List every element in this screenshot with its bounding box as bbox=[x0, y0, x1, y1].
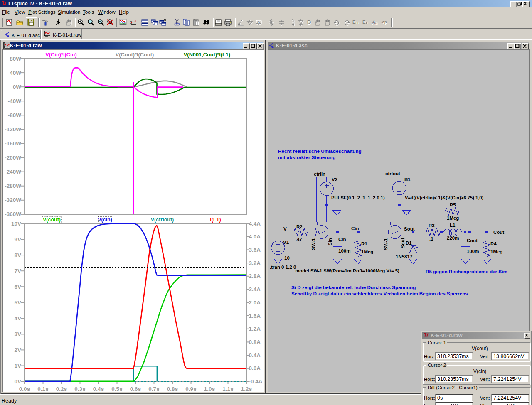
svg-text:5V: 5V bbox=[14, 299, 21, 306]
svg-text:1.2s: 1.2s bbox=[241, 386, 252, 391]
svg-text:8V: 8V bbox=[14, 252, 21, 258]
svg-text:V(cout): V(cout) bbox=[43, 217, 61, 223]
svg-text:-40W: -40W bbox=[8, 98, 22, 104]
svg-text:0.2s: 0.2s bbox=[56, 386, 67, 391]
svg-text:V(Cout)*I(Cout): V(Cout)*I(Cout) bbox=[116, 52, 154, 58]
svg-text:.tran 0 1.2 0: .tran 0 1.2 0 bbox=[270, 265, 296, 270]
svg-text:-200W: -200W bbox=[5, 155, 21, 161]
svg-text:Cin: Cin bbox=[351, 226, 359, 231]
svg-text:0.6s: 0.6s bbox=[130, 386, 141, 391]
svg-text:100m: 100m bbox=[338, 248, 350, 253]
svg-text:Sout: Sout bbox=[404, 226, 415, 231]
svg-text:Si D zeigt die bekannte rel. h: Si D zeigt die bekannte rel. hohe Durchl… bbox=[291, 285, 416, 290]
svg-text:.1: .1 bbox=[429, 236, 433, 241]
svg-text:-240W: -240W bbox=[5, 169, 21, 175]
svg-text:0.0A: 0.0A bbox=[249, 365, 261, 371]
svg-text:Recht realistische Umladeschal: Recht realistische Umladeschaltung bbox=[278, 148, 362, 154]
svg-text:0.5s: 0.5s bbox=[111, 386, 122, 391]
svg-text:10: 10 bbox=[284, 255, 290, 260]
svg-text:3.6A: 3.6A bbox=[249, 247, 261, 253]
svg-text:V2: V2 bbox=[332, 177, 337, 182]
svg-text:V(cin): V(cin) bbox=[98, 217, 112, 223]
svg-text:0.4s: 0.4s bbox=[93, 386, 104, 391]
svg-text:0.1s: 0.1s bbox=[37, 386, 48, 391]
svg-text:0.7s: 0.7s bbox=[148, 386, 159, 391]
svg-text:Cout: Cout bbox=[493, 230, 504, 235]
svg-text:ctrlout: ctrlout bbox=[385, 171, 400, 176]
svg-text:4.0A: 4.0A bbox=[249, 233, 261, 240]
svg-text:E3: E3 bbox=[362, 20, 367, 25]
svg-text:2V: 2V bbox=[14, 347, 21, 353]
svg-text:3.2A: 3.2A bbox=[249, 260, 261, 266]
svg-text:R5: R5 bbox=[450, 202, 456, 207]
svg-text:1.2A: 1.2A bbox=[249, 326, 261, 332]
svg-text:7V: 7V bbox=[14, 268, 21, 274]
svg-text:1Meg: 1Meg bbox=[447, 216, 459, 221]
svg-text:2.0A: 2.0A bbox=[249, 299, 261, 306]
svg-text:-0.4A: -0.4A bbox=[249, 378, 263, 385]
svg-text:SW-1: SW-1 bbox=[311, 238, 316, 250]
svg-text:4.4A: 4.4A bbox=[249, 221, 261, 227]
svg-text:V=if((V(ctrlin)<.1)&(V(Cin)>6.: V=if((V(ctrlin)<.1)&(V(Cin)>6.75),1,0) bbox=[405, 195, 484, 200]
svg-text:-360W: -360W bbox=[5, 211, 21, 217]
svg-text:10V: 10V bbox=[11, 221, 21, 227]
svg-text:0.9s: 0.9s bbox=[185, 386, 196, 391]
svg-text:R5 gegen Rechenprobleme der Si: R5 gegen Rechenprobleme der Sim bbox=[426, 269, 507, 274]
svg-text:D1: D1 bbox=[406, 241, 412, 245]
svg-text:Cin: Cin bbox=[338, 237, 346, 242]
svg-text:D: D bbox=[307, 19, 311, 25]
svg-text:2.8A: 2.8A bbox=[249, 273, 261, 279]
svg-text:-80W: -80W bbox=[8, 112, 22, 118]
svg-text:V: V bbox=[283, 226, 287, 231]
svg-text:1.0s: 1.0s bbox=[204, 386, 215, 391]
svg-text:ctrlin: ctrlin bbox=[314, 172, 325, 177]
svg-text:1.6A: 1.6A bbox=[249, 313, 261, 319]
svg-text:1.1s: 1.1s bbox=[222, 386, 233, 391]
svg-text:V(N001,Cout)*I(L1): V(N001,Cout)*I(L1) bbox=[184, 52, 230, 58]
svg-text:0V: 0V bbox=[14, 378, 21, 385]
svg-text:0W: 0W bbox=[13, 84, 22, 90]
svg-text:6V: 6V bbox=[14, 284, 21, 290]
svg-text:.op: .op bbox=[381, 20, 387, 24]
svg-text:SW-1: SW-1 bbox=[383, 238, 388, 250]
svg-text:L1: L1 bbox=[450, 223, 456, 228]
svg-text:4V: 4V bbox=[14, 315, 21, 322]
svg-text:0.8A: 0.8A bbox=[249, 339, 261, 345]
svg-text:I(L1): I(L1) bbox=[210, 217, 221, 223]
svg-text:3V: 3V bbox=[14, 331, 21, 337]
svg-text:9V: 9V bbox=[14, 236, 21, 243]
svg-text:1N5817: 1N5817 bbox=[396, 254, 412, 259]
svg-text:Cout: Cout bbox=[467, 238, 478, 243]
svg-text:R3: R3 bbox=[429, 223, 435, 228]
svg-text:B1: B1 bbox=[404, 177, 411, 182]
svg-text:R2: R2 bbox=[296, 224, 303, 229]
svg-text:40W: 40W bbox=[10, 70, 21, 76]
svg-text:-120W: -120W bbox=[5, 126, 21, 133]
svg-text:V(Cin)*I(Cin): V(Cin)*I(Cin) bbox=[45, 52, 76, 58]
svg-text:Aa: Aa bbox=[372, 20, 377, 25]
svg-text:Sin: Sin bbox=[328, 238, 332, 245]
svg-text:-160W: -160W bbox=[5, 140, 21, 147]
svg-text:100m: 100m bbox=[467, 249, 479, 254]
svg-text:R4: R4 bbox=[490, 241, 497, 246]
svg-text:A: A bbox=[257, 20, 260, 24]
svg-text:V1: V1 bbox=[283, 240, 289, 245]
svg-text:1Meg: 1Meg bbox=[490, 249, 502, 254]
svg-text:-280W: -280W bbox=[5, 183, 21, 189]
svg-text:220m: 220m bbox=[447, 236, 459, 241]
svg-text:.model SW-1 SW(Ron=1m Roff=100: .model SW-1 SW(Ron=1m Roff=1000Meg Vt=.5… bbox=[294, 268, 399, 273]
svg-text:0.3s: 0.3s bbox=[74, 386, 85, 391]
svg-text:Em: Em bbox=[352, 20, 358, 25]
svg-text:PULSE(0 1 .2 .1 .1 .2 0 1): PULSE(0 1 .2 .1 .1 .2 0 1) bbox=[331, 195, 385, 200]
svg-text:R1: R1 bbox=[361, 241, 367, 246]
svg-text:80W: 80W bbox=[10, 56, 21, 62]
svg-text:0.0s: 0.0s bbox=[19, 386, 30, 391]
svg-text:0.4A: 0.4A bbox=[249, 352, 261, 358]
svg-text:0.8s: 0.8s bbox=[167, 386, 178, 391]
svg-text:Sout: Sout bbox=[400, 238, 405, 248]
svg-text:.47: .47 bbox=[296, 237, 302, 242]
svg-text:V(ctrlout): V(ctrlout) bbox=[151, 217, 174, 223]
svg-text:2.4A: 2.4A bbox=[249, 286, 261, 292]
svg-text:-320W: -320W bbox=[5, 197, 21, 203]
svg-text:Schottky D zeigt dafür ein sch: Schottky D zeigt dafür ein schlechteres … bbox=[291, 291, 469, 296]
